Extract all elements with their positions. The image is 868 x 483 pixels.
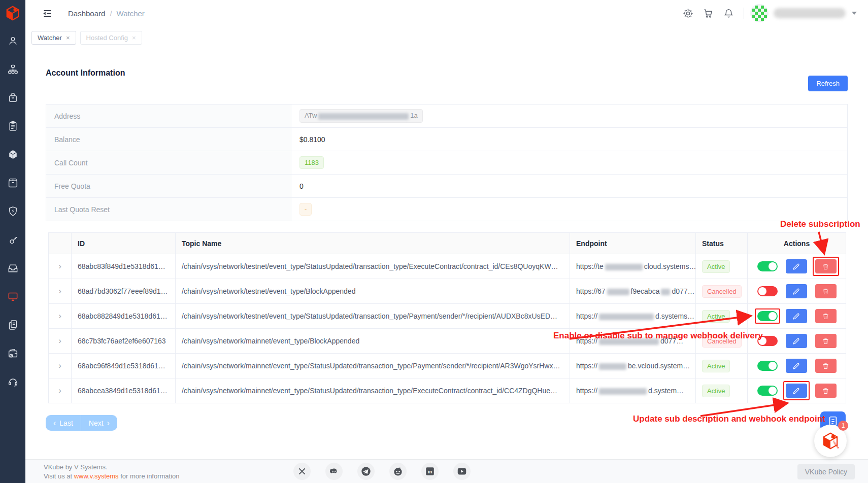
sidebar-item-security[interactable] xyxy=(0,197,25,225)
delete-highlight-box xyxy=(813,257,839,276)
expand-row-icon[interactable]: › xyxy=(58,286,61,296)
webhook-toggle[interactable] xyxy=(757,286,778,296)
edit-subscription-button[interactable] xyxy=(786,359,807,373)
delete-subscription-button[interactable] xyxy=(815,334,837,348)
collapse-menu-icon[interactable] xyxy=(42,8,53,19)
expand-cell: › xyxy=(49,329,72,354)
subscription-row: ›68ad7bd3062f77eeef89d1…/chain/vsys/netw… xyxy=(49,279,846,304)
tab-hosted-config[interactable]: Hosted Config × xyxy=(80,31,142,45)
next-page-button[interactable]: Next› xyxy=(81,415,117,431)
user-avatar[interactable] xyxy=(750,4,769,22)
edit-subscription-button[interactable] xyxy=(786,259,807,273)
sidebar-item-documents[interactable] xyxy=(0,310,25,339)
chevron-right-icon: › xyxy=(107,419,110,427)
edit-subscription-button[interactable] xyxy=(786,284,807,298)
sidebar-item-organization[interactable] xyxy=(0,55,25,83)
chevron-down-icon[interactable] xyxy=(852,12,857,15)
endpoint-column-header: Endpoint xyxy=(570,233,696,254)
actions-cell xyxy=(748,254,846,279)
free-quota-value: 0 xyxy=(291,175,848,198)
address-tag: ATw1a xyxy=(299,109,423,122)
subscription-id: 68abc83f849d1e5318d61… xyxy=(72,254,176,279)
endpoint-url: https://d.systems… xyxy=(570,304,696,329)
expand-row-icon[interactable]: › xyxy=(58,386,61,396)
discord-icon[interactable] xyxy=(325,463,343,480)
inbox-icon xyxy=(7,262,19,274)
settings-icon[interactable] xyxy=(682,8,694,19)
account-label: Address xyxy=(46,105,291,128)
redacted-endpoint-segment xyxy=(605,264,643,270)
vkube-logo[interactable] xyxy=(0,0,25,26)
sidebar-item-marketplace[interactable] xyxy=(0,83,25,112)
expand-row-icon[interactable]: › xyxy=(58,261,61,271)
breadcrumb-dashboard[interactable]: Dashboard xyxy=(68,9,105,18)
endpoint-text: f9ecabca xyxy=(631,287,660,295)
sidebar-item-orders[interactable] xyxy=(0,112,25,140)
sidebar-item-packages[interactable] xyxy=(0,168,25,197)
edit-subscription-button[interactable] xyxy=(786,384,807,398)
expand-column-header xyxy=(49,233,72,254)
delete-subscription-button[interactable] xyxy=(815,259,837,273)
expand-row-icon[interactable]: › xyxy=(58,336,61,346)
pencil-icon xyxy=(792,337,800,345)
refresh-button[interactable]: Refresh xyxy=(808,76,848,91)
edit-subscription-button[interactable] xyxy=(786,334,807,348)
expand-row-icon[interactable]: › xyxy=(58,311,61,321)
sidebar-menu xyxy=(0,26,25,396)
edit-subscription-button[interactable] xyxy=(786,309,807,323)
webhook-toggle[interactable] xyxy=(757,361,778,371)
expand-cell: › xyxy=(49,254,72,279)
endpoint-text: https:// xyxy=(576,362,597,370)
endpoint-text: d.system… xyxy=(648,387,684,395)
sidebar-item-inbox[interactable] xyxy=(0,254,25,282)
webhook-toggle[interactable] xyxy=(757,261,778,271)
linkedin-icon[interactable]: in xyxy=(421,463,439,480)
webhook-toggle[interactable] xyxy=(757,311,778,321)
delete-subscription-button[interactable] xyxy=(815,359,837,373)
notifications-bell-icon[interactable] xyxy=(723,8,735,19)
page-title: Account Information xyxy=(46,68,125,78)
delete-highlight-box xyxy=(813,356,839,375)
documents-icon xyxy=(7,319,19,331)
delete-subscription-button[interactable] xyxy=(815,284,837,298)
sidebar-item-services[interactable] xyxy=(0,140,25,168)
pagination: ‹Last Next› xyxy=(46,415,117,431)
vkube-policy-button[interactable]: VKube Policy xyxy=(797,464,855,479)
trash-icon xyxy=(822,362,829,370)
status-badge: Active xyxy=(702,385,730,397)
close-tab-icon[interactable]: × xyxy=(66,34,70,42)
delete-subscription-button[interactable] xyxy=(815,309,837,323)
topic-name: /chain/vsys/network/testnet/event_type/S… xyxy=(176,254,570,279)
webhook-toggle[interactable] xyxy=(757,386,778,396)
sidebar-item-account[interactable] xyxy=(0,26,25,55)
youtube-icon[interactable] xyxy=(453,463,471,480)
endpoint-url: https://tecloud.systems… xyxy=(570,254,696,279)
sidebar-item-keys[interactable] xyxy=(0,225,25,254)
sidebar-item-watcher[interactable] xyxy=(0,282,25,310)
account-row-balance: Balance $0.8100 xyxy=(46,128,848,151)
telegram-icon[interactable] xyxy=(357,463,375,480)
account-label: Balance xyxy=(46,128,291,151)
subscription-row: ›68abc83f849d1e5318d61…/chain/vsys/netwo… xyxy=(49,254,846,279)
sidebar-item-wallet[interactable] xyxy=(0,339,25,367)
last-page-button[interactable]: ‹Last xyxy=(46,415,81,431)
reddit-icon[interactable] xyxy=(389,463,407,480)
v-systems-link[interactable]: www.v.systems xyxy=(74,472,119,480)
delete-subscription-button[interactable] xyxy=(815,384,837,398)
divider xyxy=(744,8,744,19)
topic-column-header: Topic Name xyxy=(176,233,570,254)
endpoint-text: https:// xyxy=(576,312,597,320)
toggle-highlight-box xyxy=(755,284,780,299)
tab-watcher[interactable]: Watcher × xyxy=(31,31,76,45)
sidebar-item-support[interactable] xyxy=(0,367,25,396)
close-tab-icon[interactable]: × xyxy=(132,34,136,42)
topic-name: /chain/vsys/network/testnet/event_type/B… xyxy=(176,279,570,304)
endpoint-text: https://te xyxy=(576,262,604,270)
pencil-icon xyxy=(792,263,800,270)
expand-row-icon[interactable]: › xyxy=(58,361,61,371)
endpoint-text: d077… xyxy=(672,287,694,295)
cart-icon[interactable] xyxy=(703,8,714,19)
x-twitter-icon[interactable] xyxy=(293,463,311,480)
topic-name: /chain/vsys/network/testnet/event_type/S… xyxy=(176,304,570,329)
status-column-header: Status xyxy=(696,233,748,254)
